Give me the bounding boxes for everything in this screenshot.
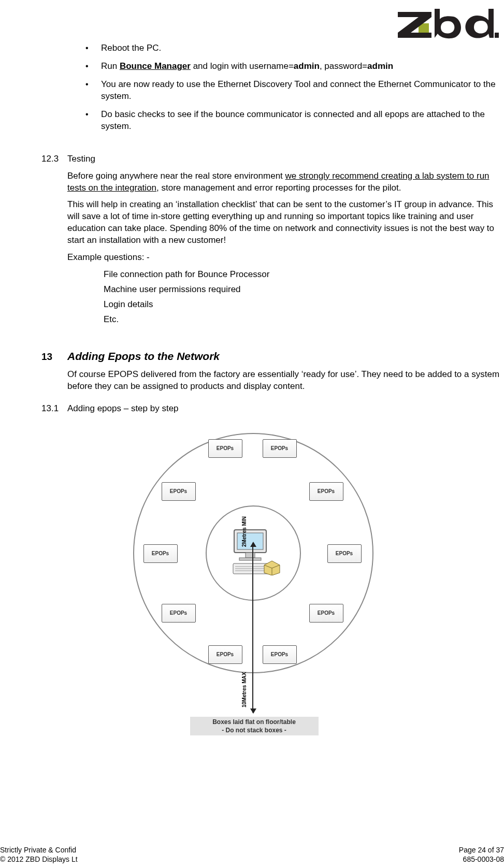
list-item: File connection path for Bounce Processo… — [104, 269, 504, 281]
text: Do basic checks to see if the bounce com… — [101, 109, 485, 131]
paragraph: This will help in creating an ‘installat… — [67, 199, 504, 247]
text: Before going anywhere near the real stor… — [67, 171, 285, 181]
epop-box: EPOPs — [309, 604, 343, 623]
section-heading-adding: 13 Adding Epops to the Network — [0, 349, 504, 364]
paragraph: Example questions: - — [67, 252, 504, 264]
main-content: Reboot the PC. Run Bounce Manager and lo… — [0, 42, 504, 739]
section-body: Of course EPOPS delivered from the facto… — [67, 369, 504, 393]
section-number: 13.1 — [0, 403, 67, 415]
footer-confidential: Strictly Private & Confid — [0, 845, 155, 855]
bullet-item: Do basic checks to see if the bounce com… — [85, 109, 504, 133]
section-heading-steps: 13.1 Adding epops – step by step — [0, 403, 504, 415]
section-title: Adding Epops to the Network — [67, 349, 220, 364]
epop-box: EPOPs — [208, 439, 242, 458]
epop-box: EPOPs — [309, 482, 343, 501]
epop-box: EPOPs — [208, 645, 242, 664]
text: Reboot the PC. — [101, 43, 161, 53]
dimension-arrow-min — [252, 543, 253, 600]
text: and login with username= — [191, 61, 294, 71]
footer-doc-number: 685-0003-08 — [400, 855, 504, 864]
epop-box: EPOPs — [143, 544, 178, 563]
diagram-figure: EPOPs EPOPs EPOPs EPOPs EPOPs EPOPs EPOP… — [0, 428, 504, 739]
intro-bullet-list: Reboot the PC. Run Bounce Manager and lo… — [85, 42, 504, 133]
svg-rect-5 — [239, 558, 261, 560]
text: You are now ready to use the Ethernet Di… — [101, 79, 496, 101]
section-title: Testing — [67, 153, 95, 165]
section-number: 13 — [0, 350, 67, 364]
text-bold: Bounce Manager — [120, 61, 191, 71]
bounce-box-icon — [263, 560, 281, 573]
svg-rect-4 — [246, 553, 255, 558]
list-item: Login details — [104, 299, 504, 311]
dimension-arrow-max — [252, 599, 253, 713]
paragraph: Of course EPOPS delivered from the facto… — [67, 369, 504, 393]
epop-box: EPOPs — [162, 604, 196, 623]
text: , store management and error reporting p… — [156, 183, 401, 193]
caption-line: - Do not stack boxes - — [192, 726, 316, 734]
dimension-label-min: 2Metres MIN — [241, 495, 248, 547]
list-item: Machine user permissions required — [104, 284, 504, 296]
epop-box: EPOPs — [263, 439, 297, 458]
section-body: Before going anywhere near the real stor… — [67, 170, 504, 264]
epops-layout-diagram: EPOPs EPOPs EPOPs EPOPs EPOPs EPOPs EPOP… — [107, 428, 397, 739]
text-bold: admin — [294, 61, 320, 71]
epop-box: EPOPs — [162, 482, 196, 501]
paragraph: Before going anywhere near the real stor… — [67, 170, 504, 194]
footer-page-number: Page 24 of 37 — [400, 845, 504, 855]
text-bold: admin — [367, 61, 393, 71]
footer-copyright: © 2012 ZBD Displays Lt — [0, 855, 155, 864]
footer-left: Strictly Private & Confid © 2012 ZBD Dis… — [0, 845, 155, 864]
bullet-item: Reboot the PC. — [85, 42, 504, 54]
epop-box: EPOPs — [263, 645, 297, 664]
section-number: 12.3 — [0, 153, 67, 165]
example-question-list: File connection path for Bounce Processo… — [104, 269, 504, 326]
section-heading-testing: 12.3 Testing — [0, 153, 504, 165]
text: Run — [101, 61, 120, 71]
footer-right: Page 24 of 37 685-0003-08 — [400, 845, 504, 864]
diagram-caption: Boxes laid flat on floor/table - Do not … — [190, 717, 319, 735]
section-title: Adding epops – step by step — [67, 403, 179, 415]
bullet-item: You are now ready to use the Ethernet Di… — [85, 79, 504, 103]
svg-rect-1 — [495, 33, 499, 38]
epop-box: EPOPs — [327, 544, 362, 563]
company-logo — [395, 8, 499, 40]
text: , password= — [320, 61, 367, 71]
inner-min-circle — [206, 505, 301, 601]
dimension-label-max: 10Metres MAX — [241, 656, 248, 707]
caption-line: Boxes laid flat on floor/table — [192, 718, 316, 726]
bullet-item: Run Bounce Manager and login with userna… — [85, 61, 504, 73]
list-item: Etc. — [104, 314, 504, 326]
page: Reboot the PC. Run Bounce Manager and lo… — [0, 0, 504, 868]
